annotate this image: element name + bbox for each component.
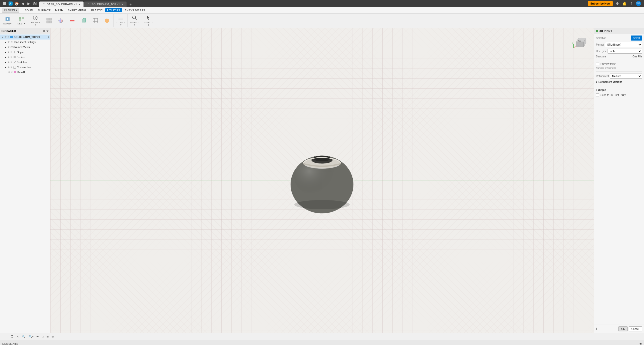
comments-expand-icon[interactable]: ◉ [639,342,642,345]
add-ins-button[interactable]: ADD-INS ▾ [30,15,41,27]
eye-icon-sketches[interactable]: 👁 [8,61,10,63]
tree-info-icon[interactable]: ℹ [48,36,49,38]
design-dropdown[interactable]: DESIGN ▾ [2,8,19,13]
orbit-button[interactable]: ↻ [16,335,20,338]
fit-to-screen-button[interactable] [2,334,8,339]
svg-rect-16 [49,21,52,23]
eye-icon-bodies[interactable]: 👁 [8,56,10,58]
cancel-button[interactable]: Cancel [629,326,642,331]
tree-item-named-views[interactable]: ▶ 👁 Named Views [0,45,50,50]
grid-display-button[interactable]: ⊞ [46,335,50,338]
display-mode-button[interactable]: □ [41,335,45,338]
svg-point-57 [5,336,5,337]
light-icon-bodies[interactable]: ☀ [10,56,12,58]
preview-mesh-checkbox[interactable] [596,62,599,65]
make-button[interactable]: MAKE ▾ [2,15,13,27]
tree-item-bodies[interactable]: ▶ 👁 ☀ Bodies [0,55,50,60]
eye-icon-views[interactable]: 👁 [8,46,10,48]
ok-button[interactable]: OK [618,326,627,331]
utility-button[interactable]: UTILITY ▾ [115,15,126,27]
light-icon[interactable]: ☀ [7,36,9,38]
eye-icon[interactable]: 👁 [5,36,7,38]
eye-icon-panel1[interactable]: 👁 [8,71,10,74]
send-to-utility-checkbox[interactable] [596,93,599,96]
make-label: MAKE ▾ [3,23,12,25]
menu-solid[interactable]: SOLID [23,8,35,12]
back-icon[interactable]: ◀ [20,1,25,6]
menu-surface[interactable]: SURFACE [35,8,53,12]
tree-item-doc-settings[interactable]: ▶ 👁 Document Settings [0,40,50,45]
grid-icon-btn[interactable] [44,15,55,27]
eye-icon-doc[interactable]: 👁 [8,41,10,43]
svg-text:y: y [578,45,579,47]
tab-close-icon-2[interactable]: ✕ [122,3,124,6]
format-select[interactable]: STL (Binary) [605,42,642,47]
viewport[interactable]: Top x z y [50,28,594,333]
settings-icon[interactable]: ⚙ [615,1,620,6]
inspect-icon [132,15,138,21]
help-icon[interactable]: ? [629,1,634,6]
subscribe-button[interactable]: Subscribe Now [588,1,613,6]
output-header[interactable]: ▾ Output [596,88,642,92]
tab-solderarm-top[interactable]: SOLDERARM_TOP v1 ✕ [84,2,127,7]
box-icon-btn[interactable] [78,15,89,27]
tab-base-solderarm[interactable]: BASE_SOLDERARM v1 ✕ [39,2,84,7]
light-icon-sketches[interactable]: ☀ [10,61,12,63]
3d-model [287,140,357,213]
unit-type-select[interactable]: Inch [608,49,642,54]
menu-plastic[interactable]: PLASTIC [89,8,105,12]
eye-icon-origin[interactable]: 👁 [8,51,10,53]
forward-icon[interactable]: ▶ [26,1,31,6]
refinement-options-header[interactable]: ▶ Refinement Options [596,80,642,84]
user-icon[interactable]: WR [636,1,641,6]
svg-rect-27 [118,19,123,19]
menu-utilities[interactable]: UTILITIES [105,8,122,12]
new-tab-icon[interactable]: ＋ [128,2,133,7]
light-icon-construction[interactable]: ☀ [10,66,12,68]
shade-icon-btn[interactable] [67,15,78,27]
select-button[interactable]: SELECT ▾ [143,15,154,27]
nest-button[interactable]: NEST ▾ [16,15,27,27]
sphere-icon [104,18,110,24]
tree-item-construction[interactable]: ▶ 👁 ☀ Construction [0,65,50,70]
zoom-out-button[interactable]: 🔍- [21,335,27,338]
svg-line-29 [135,18,137,20]
home-icon[interactable]: 🏠 [14,1,19,6]
svg-rect-19 [82,19,86,22]
nest-icon [18,16,24,22]
light-icon-panel1[interactable]: ☀ [11,71,13,74]
utility-btn-group: UTILITY ▾ [114,14,128,27]
selection-select-button[interactable]: Select [631,36,642,41]
sphere-icon-btn[interactable] [101,15,112,27]
construction-icon-tree [13,65,16,69]
table-icon-btn[interactable] [90,15,101,27]
viewcube[interactable]: Top x z y [571,30,591,51]
menu-mesh[interactable]: MESH [53,8,65,12]
menu-ansys[interactable]: ANSYS 2023 R2 [123,8,147,12]
tree-item-origin[interactable]: ▶ 👁 ☀ Origin [0,50,50,55]
app-menu-icon[interactable] [2,1,7,6]
inspect-label: INSPECT ▾ [130,21,140,26]
tree-item-root[interactable]: ▾ 👁 ☀ SOLDERARM_TOP v1 ℹ [0,34,50,40]
color-icon-btn[interactable] [55,15,66,27]
sidebar: BROWSER ◉ ⚙ ▾ 👁 ☀ SOLDERARM_TOP v1 ℹ [0,28,50,333]
eye-icon-construction[interactable]: 👁 [8,66,10,68]
inspect-button[interactable]: INSPECT ▾ [129,15,140,27]
save-icon[interactable] [32,1,37,6]
comments-label: COMMENTS [2,342,18,345]
bell-icon[interactable]: 🔔 [622,1,627,6]
light-icon-origin[interactable]: ☀ [10,51,12,53]
tree-arrow-sketches: ▶ [4,61,7,64]
tab-close-icon[interactable]: ✕ [78,3,80,6]
sidebar-settings-icon[interactable]: ⚙ [46,29,49,32]
split-view-button[interactable]: ⊟ [51,335,55,338]
refinement-options-label: Refinement Options [598,81,622,83]
menu-sheet-metal[interactable]: SHEET METAL [66,8,89,12]
tree-item-panel1[interactable]: 👁 ☀ Panel1 [0,70,50,75]
tree-item-sketches[interactable]: ▶ 👁 ☀ Sketches [0,60,50,65]
pan-button[interactable] [9,334,15,339]
sidebar-expand-icon[interactable]: ◉ [43,29,45,32]
refinement-select[interactable]: Medium [610,74,642,79]
zoom-in-button[interactable]: 🔍+ [28,335,34,338]
look-at-button[interactable]: 👁 [35,335,40,338]
